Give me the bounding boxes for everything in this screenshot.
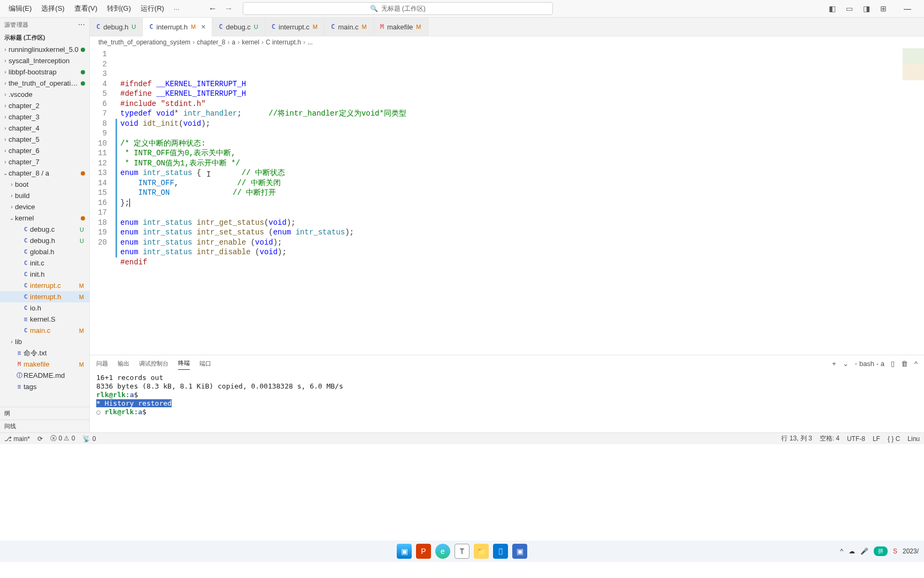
editor-tab[interactable]: Cinterrupt.hM× — [143, 18, 212, 36]
taskbar-explorer-icon[interactable]: 📁 — [474, 544, 489, 559]
tray-s-icon[interactable]: S — [893, 547, 897, 555]
panel-tab[interactable]: 输出 — [118, 358, 129, 370]
code-line[interactable]: enum intr_status { // 中断状态 — [116, 168, 924, 178]
panel-maximize-icon[interactable]: ^ — [914, 360, 918, 368]
layout-customize-icon[interactable]: ⊞ — [878, 3, 889, 14]
code-area[interactable]: I #ifndef __KERNEL_INTERRUPT_H#define __… — [116, 48, 924, 355]
panel-tab[interactable]: 端口 — [199, 358, 211, 370]
file-item[interactable]: ≡命令.txt — [0, 347, 89, 359]
layout-sidebar-right-icon[interactable]: ◨ — [861, 3, 872, 14]
folder-item[interactable]: ›chapter_7 — [0, 156, 89, 168]
code-line[interactable]: #include "stdint.h" — [116, 99, 924, 109]
close-icon[interactable]: × — [201, 22, 205, 31]
folder-item[interactable]: ›chapter_5 — [0, 134, 89, 145]
layout-sidebar-left-icon[interactable]: ◧ — [827, 3, 837, 14]
tray-clock[interactable]: 2023/ — [903, 547, 919, 555]
folder-item[interactable]: ›chapter_4 — [0, 123, 89, 134]
file-item[interactable]: Cinterrupt.cM — [0, 280, 89, 291]
status-eol[interactable]: LF — [873, 435, 880, 443]
folder-item[interactable]: ›build — [0, 190, 89, 201]
code-line[interactable]: void idt_init(void); — [116, 119, 924, 129]
file-item[interactable]: Cmain.cM — [0, 325, 89, 336]
editor-tab[interactable]: MmakefileM — [374, 18, 428, 36]
taskbar-vscode-icon[interactable]: ⌷ — [493, 544, 508, 559]
folder-item[interactable]: ⌄chapter_8 / a — [0, 168, 89, 179]
file-item[interactable]: Cinit.h — [0, 269, 89, 280]
tray-mic-icon[interactable]: 🎤 — [860, 547, 868, 555]
code-line[interactable]: enum intr_status intr_enable (void); — [116, 238, 924, 248]
menu-item[interactable]: 转到(G) — [103, 2, 135, 16]
code-line[interactable]: * INTR_OFF值为0,表示关中断, — [116, 148, 924, 158]
workspace-root[interactable]: ›runninglinuxkernel_5.0 — [0, 44, 89, 55]
command-center[interactable]: 🔍 无标题 (工作区) — [243, 2, 553, 15]
editor-tab[interactable]: Cinterrupt.cM — [265, 18, 325, 36]
taskbar-pdf-icon[interactable]: P — [416, 544, 431, 559]
status-extra[interactable]: Linu — [907, 435, 920, 443]
taskbar-text-icon[interactable]: T — [455, 544, 469, 559]
kill-terminal-icon[interactable]: 🗑 — [901, 360, 908, 368]
folder-item[interactable]: ›boot — [0, 179, 89, 190]
explorer-more-icon[interactable]: ··· — [78, 20, 85, 29]
menu-item[interactable]: 运行(R) — [136, 2, 168, 16]
file-item[interactable]: Cinterrupt.hM — [0, 291, 89, 302]
breadcrumb-item[interactable]: C interrupt.h — [266, 39, 301, 46]
workspace-root[interactable]: ›the_truth_of_operation... — [0, 78, 89, 89]
terminal-shell-label[interactable]: ◦ bash - a — [855, 360, 884, 368]
code-line[interactable]: * INTR_ON值为1,表示开中断 */ — [116, 158, 924, 169]
timeline-section[interactable]: 间线 — [0, 420, 89, 432]
status-encoding[interactable]: UTF-8 — [847, 435, 865, 443]
taskbar-recorder-icon[interactable]: ▣ — [512, 544, 527, 559]
tray-cloud-icon[interactable]: ☁ — [849, 547, 855, 555]
code-line[interactable]: typedef void* intr_handler; //将intr_hand… — [116, 109, 924, 119]
nav-forward-icon[interactable]: → — [222, 4, 235, 13]
workspace-root[interactable]: ›libbpf-bootstrap — [0, 66, 89, 78]
menu-item[interactable]: 查看(V) — [70, 2, 102, 16]
code-line[interactable]: #define __KERNEL_INTERRUPT_H — [116, 89, 924, 99]
taskbar-edge-icon[interactable]: e — [435, 544, 450, 559]
tray-icon[interactable]: ^ — [840, 547, 843, 555]
outline-section[interactable]: 纲 — [0, 407, 89, 420]
tray-pill[interactable]: 拼 — [874, 546, 888, 556]
folder-item[interactable]: ›lib — [0, 336, 89, 347]
minimap[interactable] — [903, 48, 924, 80]
workspace-root[interactable]: ›syscall_Interception — [0, 55, 89, 66]
file-item[interactable]: Cglobal.h — [0, 246, 89, 257]
menu-item[interactable]: 编辑(E) — [4, 2, 36, 16]
breadcrumb[interactable]: the_truth_of_operationg_system›chapter_8… — [90, 36, 924, 48]
editor[interactable]: 1234567891011121314151617181920 I #ifnde… — [90, 48, 924, 355]
breadcrumb-item[interactable]: chapter_8 — [197, 39, 225, 46]
breadcrumb-item[interactable]: kernel — [242, 39, 259, 46]
panel-tab[interactable]: 调试控制台 — [139, 358, 168, 370]
code-line[interactable] — [116, 267, 924, 277]
file-item[interactable]: Cdebug.cU — [0, 224, 89, 235]
status-lang[interactable]: { } C — [888, 435, 900, 443]
status-cursor[interactable]: 行 13, 列 3 — [781, 434, 812, 443]
menu-overflow[interactable]: ··· — [170, 3, 184, 15]
code-line[interactable]: INTR_ON // 中断打开 — [116, 188, 924, 198]
status-sync-icon[interactable]: ⟳ — [37, 435, 43, 443]
menu-item[interactable]: 选择(S) — [37, 2, 68, 16]
code-line[interactable]: }; — [116, 198, 924, 208]
folder-item[interactable]: ›.vscode — [0, 89, 89, 100]
code-line[interactable]: #endif — [116, 257, 924, 268]
code-line[interactable]: #ifndef __KERNEL_INTERRUPT_H — [116, 79, 924, 89]
window-minimize[interactable]: — — [895, 0, 920, 18]
file-item[interactable]: Cinit.c — [0, 257, 89, 269]
start-button[interactable]: ▣ — [397, 544, 412, 559]
code-line[interactable]: INTR_OFF, // 中断关闭 — [116, 178, 924, 188]
new-terminal-icon[interactable]: + — [832, 360, 836, 368]
file-item[interactable]: ⓘREADME.md — [0, 370, 89, 381]
folder-item[interactable]: ⌄kernel — [0, 212, 89, 224]
breadcrumb-item[interactable]: the_truth_of_operationg_system — [98, 39, 190, 46]
status-branch[interactable]: ⎇ main* — [4, 435, 30, 443]
file-item[interactable]: Cdebug.hU — [0, 235, 89, 246]
breadcrumb-item[interactable]: a — [232, 39, 236, 46]
folder-item[interactable]: ›device — [0, 201, 89, 212]
file-item[interactable]: Cio.h — [0, 302, 89, 314]
editor-tab[interactable]: Cdebug.cU — [212, 18, 265, 36]
folder-item[interactable]: ›chapter_2 — [0, 100, 89, 111]
status-ports[interactable]: 📡 0 — [82, 435, 96, 443]
file-item[interactable]: ≡kernel.S — [0, 314, 89, 325]
file-item[interactable]: MmakefileM — [0, 359, 89, 370]
panel-tab[interactable]: 问题 — [96, 358, 108, 370]
